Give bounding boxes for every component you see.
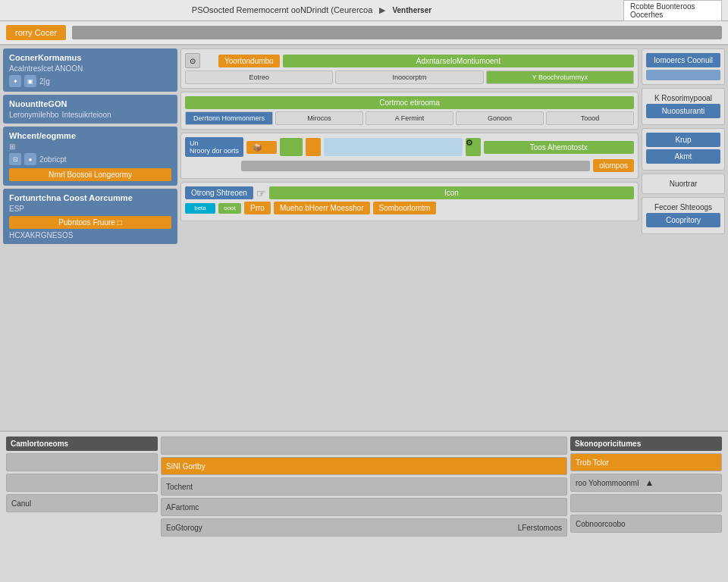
center-s4-prro: Prro: [244, 202, 271, 214]
cell-derrtonn: Derrtonn Hommonmers: [185, 111, 273, 125]
bottom-col3-cell2: roo Yohommoonml ▲: [570, 474, 722, 492]
center-s1-cells: Eotreo Inoocorptm Y Boochrotummyx: [185, 70, 634, 84]
right-section-3: Krup Akmt: [642, 128, 725, 171]
right-section-1: Iomoercs Coonuil: [642, 48, 725, 85]
bottom-c3-label: roo Yohommoonml: [576, 479, 639, 487]
dropdown-line2: Oocerhes: [630, 11, 715, 19]
left-s3-footer[interactable]: Nrnrl Boosoii Longeormy: [9, 168, 171, 181]
center-s1-orange[interactable]: Yoortondumbo: [218, 55, 280, 67]
center-section-1: ⊙ Yoortondumbo AdxntarseIoMontiumoent Eo…: [180, 48, 639, 89]
second-bar: rorry Cocer: [0, 21, 728, 45]
krup-btn[interactable]: Krup: [646, 133, 720, 147]
bottom-panel: Camlortoneoms Canul SiNI Gortby Tochent …: [0, 430, 728, 582]
center-s3-olompos: olompos: [593, 159, 634, 172]
bottom-col2: SiNI Gortby Tochent AFartomc EoGtorogy L…: [161, 436, 567, 577]
left-panel: CocnerKormamus AcaIntresIcet ANOON ✦ ▣ 2…: [3, 48, 177, 427]
bottom-col3: Skonoporicitumes Trob Tclor roo Yohommoo…: [570, 436, 722, 577]
top-bar-dropdown[interactable]: Rcobte Buonteroos Oocerhes: [623, 0, 722, 21]
center-panel: ⊙ Yoortondumbo AdxntarseIoMontiumoent Eo…: [180, 48, 639, 427]
center-s4-mueho: Mueho bHoerr Moesshor: [274, 202, 370, 214]
nuoosturanti-btn[interactable]: Nuoosturanti: [646, 104, 720, 118]
right-section-2: K Rosorimypooal Nuoosturanti: [642, 88, 725, 125]
bottom-col2-cell4: EoGtorogy LFerstomoos: [161, 518, 567, 537]
left-s1-title: CocnerKormamus: [9, 53, 171, 62]
bottom-col1-cell1: [6, 453, 158, 471]
top-bar-arrow: ▶: [379, 5, 385, 14]
arrow-icon: ☞: [256, 187, 266, 199]
left-s4-footer1: Pubntoos Fruure □ HCXAKRGNESOS: [9, 216, 171, 239]
cell-afermint: A Fermint: [366, 111, 453, 125]
right-s1-bar: [646, 70, 720, 80]
box-icon: ▣: [24, 75, 36, 87]
coopritory-btn[interactable]: Coopritory: [646, 213, 720, 227]
center-section-4: Otrong Shtreoen ☞ Icon beta ooot Prro Mu…: [180, 182, 639, 221]
center-s3-green-box: [280, 138, 303, 156]
left-s3-row: ⊡ ● 2obricpt: [9, 153, 171, 165]
center-s4-badge1: beta: [185, 203, 215, 214]
center-s3-right-label: Toos Ahemotostx: [484, 141, 634, 154]
center-s3-sub-bar: [241, 161, 590, 171]
left-section-4: Fortunrtchna Coost Aorcumme ESP Pubntoos…: [3, 189, 177, 244]
left-s3-title: Whcent/eogmme: [9, 131, 171, 140]
spacer: [203, 55, 215, 67]
center-s3-blue-left: UnNroory dor oorts: [185, 137, 243, 157]
left-section-3: Whcent/eogmme ⊞ ⊡ ● 2obricpt Nrnrl Booso…: [3, 127, 177, 186]
bottom-col1: Camlortoneoms Canul: [6, 436, 158, 577]
center-s4-row2: beta ooot Prro Mueho bHoerr Moesshor Som…: [185, 202, 634, 214]
left-s3-tag: 2obricpt: [39, 155, 67, 164]
center-s1-row1: ⊙ Yoortondumbo AdxntarseIoMontiumoent: [185, 53, 634, 68]
bottom-grid: Camlortoneoms Canul SiNI Gortby Tochent …: [6, 436, 722, 577]
center-s3-row1: UnNroory dor oorts 📦 ⚙ Toos Ahemotostx: [185, 137, 634, 157]
left-s4-btn1[interactable]: Pubntoos Fruure □: [9, 216, 171, 229]
main-content: CocnerKormamus AcaIntresIcet ANOON ✦ ▣ 2…: [0, 45, 728, 430]
right-panel: Iomoercs Coonuil K Rosorimypooal Nuoostu…: [642, 48, 725, 427]
iomoercs-coonuil-btn[interactable]: Iomoercs Coonuil: [646, 53, 720, 67]
center-s1-green: AdxntarseIoMontiumoent: [283, 55, 634, 67]
bottom-col3-cell4: Cobnoorcoobo: [570, 515, 722, 533]
left-s1-row: ✦ ▣ 2|g: [9, 75, 171, 87]
left-s4-text: HCXAKRGNESOS: [9, 231, 171, 239]
top-bar-action[interactable]: Ventherser: [392, 6, 431, 14]
center-s2-cells: Derrtonn Hommonmers Mirocos A Fermint Go…: [185, 111, 634, 125]
left-s2-cols: Leronymilehbo Intesuikrteioon: [9, 111, 171, 119]
center-s4-badge2: ooot: [218, 203, 241, 214]
center-s3-row2: olompos: [185, 159, 634, 172]
left-s2-title: NuountIteGON: [9, 99, 171, 108]
grid-icon: ⊡: [9, 153, 21, 165]
bottom-c3-icon: ▲: [645, 477, 654, 488]
left-s2-col1: Leronymilehbo: [9, 111, 59, 119]
bottom-col2-empty: [161, 436, 567, 455]
center-section-3: UnNroory dor oorts 📦 ⚙ Toos Ahemotostx o…: [180, 133, 639, 179]
akmt-btn[interactable]: Akmt: [646, 149, 720, 164]
left-s2-col2: Intesuikrteioon: [62, 111, 111, 119]
left-s4-sub: ESP: [9, 205, 171, 213]
left-s1-sub: AcaIntresIcet ANOON: [9, 64, 171, 73]
left-s1-tag: 2|g: [39, 77, 50, 86]
bottom-col2-cell3: AFartomc: [161, 498, 567, 516]
cell-toood: Toood: [546, 111, 634, 125]
center-s4-somboo: Somboorlomtm: [373, 202, 437, 214]
cell-inoocorptm: Inoocorptm: [335, 70, 483, 84]
left-section-1: CocnerKormamus AcaIntresIcet ANOON ✦ ▣ 2…: [3, 48, 177, 92]
bottom-col1-cell3: Canul: [6, 494, 158, 512]
bottom-c2-label1: EoGtorogy: [166, 524, 515, 532]
rorry-cocer-button[interactable]: rorry Cocer: [6, 25, 66, 40]
left-section-2: NuountIteGON Leronymilehbo Intesuikrteio…: [3, 95, 177, 124]
bottom-col1-cell2: [6, 474, 158, 492]
right-s2-label: K Rosorimypooal: [646, 92, 720, 104]
center-s1-icon: ⊙: [185, 53, 200, 68]
center-s3-orange[interactable]: 📦: [246, 141, 277, 154]
center-s2-green: Cortmoc etirooma: [185, 96, 634, 109]
bottom-col3-header: Skonoporicitumes: [570, 436, 722, 451]
bottom-col2-cell2: Tochent: [161, 477, 567, 496]
nuortrar-label: Nuortrar: [646, 178, 720, 189]
circle-icon: ●: [24, 153, 36, 165]
search-input-bar[interactable]: [72, 26, 722, 39]
center-s4-left: Otrong Shtreoen: [185, 186, 253, 199]
bottom-col1-header: Camlortoneoms: [6, 436, 158, 451]
cell-eotreo: Eotreo: [185, 70, 333, 84]
bottom-col3-cell1: Trob Tclor: [570, 453, 722, 471]
wrench-icon: ✦: [9, 75, 21, 87]
cell-gonoon: Gonoon: [456, 111, 544, 125]
bottom-c2-label2: LFerstomoos: [518, 524, 562, 532]
